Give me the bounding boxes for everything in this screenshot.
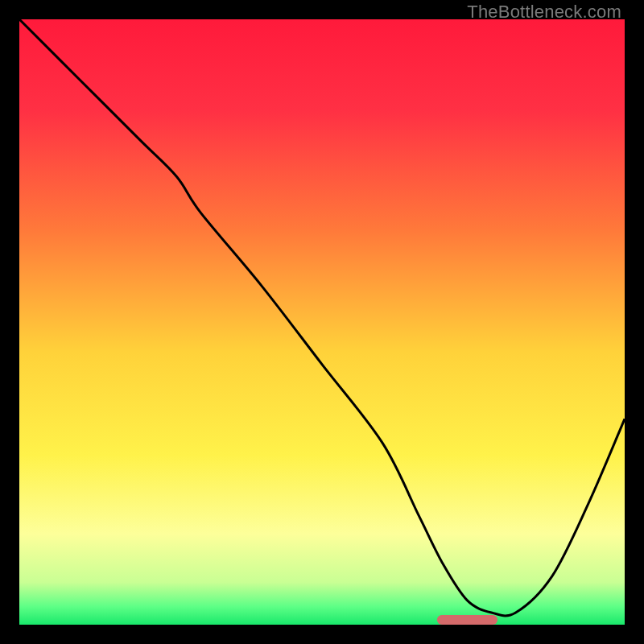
optimal-zone-marker bbox=[437, 615, 497, 625]
watermark-text: TheBottleneck.com bbox=[467, 2, 621, 23]
bottleneck-chart bbox=[19, 19, 625, 625]
chart-frame bbox=[19, 19, 625, 625]
